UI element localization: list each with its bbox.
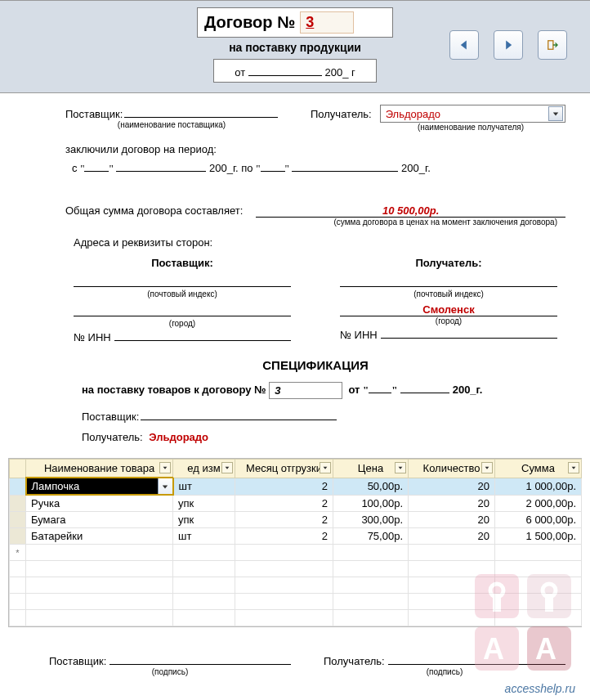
- addr-supplier-inn[interactable]: [114, 328, 291, 341]
- empty-cell: [26, 610, 173, 626]
- period-from-day[interactable]: [84, 159, 109, 172]
- addr-supplier-post[interactable]: [74, 269, 291, 287]
- chevron-down-icon[interactable]: [221, 462, 233, 473]
- cell-name[interactable]: Лампочка: [26, 478, 173, 495]
- row-selector[interactable]: [10, 528, 26, 545]
- col-sum[interactable]: Сумма: [495, 460, 582, 478]
- select-all-cell[interactable]: [10, 460, 26, 478]
- cell-sum[interactable]: 6 000,00р.: [495, 512, 582, 528]
- empty-cell: [26, 561, 173, 577]
- period-from-month[interactable]: [116, 159, 206, 172]
- recipient-dropdown[interactable]: Эльдорадо: [380, 105, 565, 123]
- spec-supplier-value[interactable]: [141, 407, 337, 420]
- empty-cell[interactable]: [26, 545, 173, 561]
- chevron-down-icon: [548, 106, 563, 121]
- row-selector[interactable]: [10, 512, 26, 528]
- cell-sum[interactable]: 1 000,00р.: [495, 478, 582, 495]
- cell-name[interactable]: Батарейки: [26, 528, 173, 545]
- empty-cell: [235, 610, 333, 626]
- chevron-down-icon[interactable]: [159, 462, 171, 473]
- cell-price[interactable]: 75,00р.: [333, 528, 409, 545]
- empty-cell[interactable]: [495, 545, 582, 561]
- supplier-name-field[interactable]: [124, 105, 278, 118]
- cell-qty[interactable]: 20: [409, 512, 495, 528]
- table-row[interactable]: Лампочкашт250,00р.201 000,00р.: [10, 478, 582, 495]
- row-selector: [10, 577, 26, 594]
- cell-unit[interactable]: шт: [173, 528, 235, 545]
- cell-sum[interactable]: 1 500,00р.: [495, 528, 582, 545]
- empty-cell: [235, 577, 333, 594]
- spec-date-month[interactable]: [400, 380, 449, 393]
- exit-button[interactable]: [538, 30, 567, 60]
- col-price[interactable]: Цена: [333, 460, 409, 478]
- chevron-down-icon[interactable]: [568, 462, 579, 473]
- cell-month[interactable]: 2: [235, 495, 333, 512]
- cell-price[interactable]: 50,00р.: [333, 478, 409, 495]
- cell-qty[interactable]: 20: [409, 495, 495, 512]
- new-row-marker[interactable]: *: [10, 545, 26, 561]
- col-name[interactable]: Наименование товара: [26, 460, 173, 478]
- cell-name[interactable]: Ручка: [26, 495, 173, 512]
- addr-supplier-city[interactable]: [74, 298, 291, 316]
- cell-qty[interactable]: 20: [409, 478, 495, 495]
- supplier-caption: (наименование поставщика): [65, 120, 278, 129]
- main-content: Поставщик: (наименование поставщика) Пол…: [0, 93, 590, 451]
- contract-number-field[interactable]: 3: [300, 11, 354, 34]
- contract-date-box: от 200_ г: [213, 59, 377, 83]
- cell-unit[interactable]: упк: [173, 512, 235, 528]
- cell-qty[interactable]: 20: [409, 528, 495, 545]
- supplier-label: Поставщик:: [65, 108, 123, 120]
- cell-name[interactable]: Бумага: [26, 512, 173, 528]
- chevron-down-icon[interactable]: [395, 462, 406, 473]
- cell-price[interactable]: 100,00р.: [333, 495, 409, 512]
- spec-title: СПЕЦИФИКАЦИЯ: [65, 358, 565, 372]
- cell-unit[interactable]: упк: [173, 495, 235, 512]
- row-selector[interactable]: [10, 495, 26, 512]
- period-to-month[interactable]: [292, 159, 398, 172]
- addr-recipient-post[interactable]: [340, 269, 557, 287]
- col-qty-label: Количество: [423, 462, 480, 474]
- footer-recipient-sign[interactable]: [388, 652, 565, 665]
- table-row[interactable]: Батарейкишт275,00р.201 500,00р.: [10, 528, 582, 545]
- new-row[interactable]: *: [10, 545, 582, 561]
- svg-marker-5: [226, 467, 230, 469]
- cell-unit[interactable]: шт: [173, 478, 235, 495]
- spec-date-day[interactable]: [369, 380, 391, 393]
- addr-supplier-post-caption: (почтовый индекс): [74, 289, 291, 298]
- nav-next-button[interactable]: [494, 30, 523, 60]
- empty-cell: [409, 561, 495, 577]
- empty-cell: [495, 594, 582, 610]
- cell-month[interactable]: 2: [235, 512, 333, 528]
- chevron-down-icon[interactable]: [158, 478, 172, 494]
- chevron-down-icon[interactable]: [481, 462, 493, 473]
- addresses-title: Адреса и реквизиты сторон:: [65, 236, 565, 249]
- spec-number-field[interactable]: 3: [269, 382, 342, 399]
- cell-price[interactable]: 300,00р.: [333, 512, 409, 528]
- period-to-day[interactable]: [261, 159, 285, 172]
- svg-marker-4: [163, 467, 168, 469]
- cell-sum[interactable]: 2 000,00р.: [495, 495, 582, 512]
- empty-cell[interactable]: [409, 545, 495, 561]
- empty-cell[interactable]: [235, 545, 333, 561]
- date-value-line[interactable]: [248, 63, 322, 76]
- chevron-down-icon[interactable]: [320, 462, 331, 473]
- col-month[interactable]: Месяц отгрузки: [235, 460, 333, 478]
- footer-supplier-caption: (подпись): [49, 667, 291, 676]
- empty-cell[interactable]: [333, 545, 409, 561]
- empty-cell[interactable]: [173, 545, 235, 561]
- col-unit[interactable]: ед изм: [173, 460, 235, 478]
- cell-month[interactable]: 2: [235, 528, 333, 545]
- addr-recipient-inn[interactable]: [381, 325, 557, 339]
- empty-row: [10, 577, 582, 594]
- footer-supplier-sign[interactable]: [110, 652, 291, 665]
- table-row[interactable]: Ручкаупк2100,00р.202 000,00р.: [10, 495, 582, 512]
- empty-cell: [409, 577, 495, 594]
- addr-recipient-city[interactable]: Смоленск: [340, 298, 557, 316]
- table-row[interactable]: Бумагаупк2300,00р.206 000,00р.: [10, 512, 582, 528]
- col-qty[interactable]: Количество: [409, 460, 495, 478]
- row-selector[interactable]: [10, 478, 26, 495]
- addr-recipient-inn-label: № ИНН: [340, 329, 378, 341]
- cell-month[interactable]: 2: [235, 478, 333, 495]
- addr-supplier-inn-label: № ИНН: [74, 331, 111, 343]
- nav-prev-button[interactable]: [449, 30, 479, 60]
